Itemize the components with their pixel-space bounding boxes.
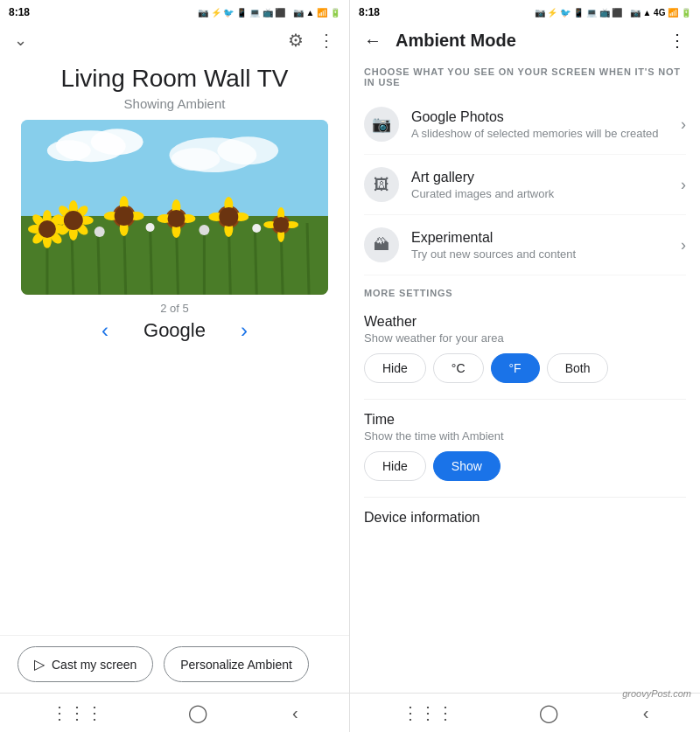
- art-gallery-icon: 🖼: [364, 167, 399, 202]
- svg-line-18: [307, 223, 309, 295]
- status-bar-right: 8:18 📷 ⚡ 🐦 📱 💻 📺 ⬛ 📷 ▲ 4G 📶 🔋: [350, 0, 700, 24]
- cast-icon: ▷: [34, 656, 45, 673]
- experimental-title: Experimental: [411, 230, 681, 246]
- google-photos-option[interactable]: 📷 Google Photos A slideshow of selected …: [364, 94, 686, 155]
- svg-point-28: [38, 220, 56, 238]
- right-panel: 8:18 📷 ⚡ 🐦 📱 💻 📺 ⬛ 📷 ▲ 4G 📶 🔋 ← Ambient …: [350, 0, 700, 732]
- experimental-option[interactable]: 🏔 Experimental Try out new sources and c…: [364, 215, 686, 275]
- next-arrow-icon[interactable]: ›: [241, 318, 248, 343]
- section-choose-label: CHOOSE WHAT YOU SEE ON YOUR SCREEN WHEN …: [364, 56, 686, 94]
- nav-bar-right: ⋮⋮⋮ ◯ ‹ groovyPost.com: [350, 693, 700, 732]
- nav-bar-left: ⋮⋮⋮ ◯ ‹: [0, 693, 349, 732]
- more-options-icon[interactable]: ⋮: [318, 30, 335, 51]
- ambient-photo: [21, 120, 328, 295]
- divider-1: [364, 399, 686, 400]
- svg-point-65: [199, 225, 209, 235]
- menu-icon[interactable]: ⋮⋮⋮: [51, 702, 103, 723]
- experimental-desc: Try out new sources and content: [411, 247, 681, 261]
- weather-title: Weather: [364, 314, 686, 330]
- experimental-chevron-icon: ›: [681, 236, 686, 254]
- art-gallery-title: Art gallery: [411, 170, 681, 185]
- svg-point-3: [47, 140, 91, 161]
- nav-label: Google: [144, 319, 206, 342]
- page-title: Ambient Mode: [396, 31, 654, 51]
- status-bar-left: 8:18 📷 ⚡ 🐦 📱 💻 📺 ⬛ 📷 ▲ 📶 🔋: [0, 0, 349, 24]
- time-left: 8:18: [9, 6, 30, 18]
- svg-point-5: [217, 136, 278, 164]
- status-icons-left: 📷 ⚡ 🐦 📱 💻 📺 ⬛ 📷 ▲ 📶 🔋: [198, 8, 340, 17]
- weather-setting: Weather Show weather for your area Hide …: [364, 305, 686, 395]
- time-setting: Time Show the time with Ambient Hide Sho…: [364, 403, 686, 493]
- device-info-block: Device information: [364, 501, 686, 534]
- art-gallery-option[interactable]: 🖼 Art gallery Curated images and artwork…: [364, 155, 686, 215]
- svg-point-62: [273, 217, 289, 233]
- device-title: Living Room Wall TV: [0, 56, 349, 96]
- svg-point-64: [146, 223, 155, 232]
- google-photos-desc: A slideshow of selected memories will be…: [411, 127, 681, 140]
- menu-icon-right[interactable]: ⋮⋮⋮: [402, 702, 454, 723]
- settings-icon[interactable]: ⚙: [288, 30, 304, 51]
- svg-point-38: [64, 211, 83, 230]
- more-settings-label: MORE SETTINGS: [364, 275, 686, 305]
- svg-point-66: [252, 224, 261, 233]
- art-gallery-chevron-icon: ›: [681, 176, 686, 194]
- google-photos-title: Google Photos: [411, 109, 681, 125]
- weather-both-button[interactable]: Both: [547, 353, 609, 383]
- back-icon-right[interactable]: ‹: [643, 703, 649, 723]
- google-photos-chevron-icon: ›: [681, 115, 686, 134]
- back-arrow-icon[interactable]: ←: [364, 31, 382, 51]
- device-subtitle: Showing Ambient: [0, 96, 349, 111]
- svg-point-6: [172, 148, 220, 171]
- collapse-chevron-icon[interactable]: ⌄: [14, 31, 27, 50]
- right-content: CHOOSE WHAT YOU SEE ON YOUR SCREEN WHEN …: [350, 56, 700, 693]
- divider-2: [364, 497, 686, 498]
- time-show-button[interactable]: Show: [433, 451, 500, 481]
- time-desc: Show the time with Ambient: [364, 429, 686, 443]
- watermark: groovyPost.com: [622, 688, 691, 699]
- home-icon[interactable]: ◯: [188, 702, 207, 723]
- svg-line-10: [98, 229, 100, 295]
- photo-counter: 2 of 5: [0, 302, 349, 315]
- svg-point-44: [115, 206, 134, 226]
- left-panel: 8:18 📷 ⚡ 🐦 📱 💻 📺 ⬛ 📷 ▲ 📶 🔋 ⌄ ⚙ ⋮ Living …: [0, 0, 350, 732]
- more-options-right-icon[interactable]: ⋮: [668, 30, 686, 51]
- cast-my-screen-button[interactable]: ▷ Cast my screen: [18, 646, 153, 682]
- time-right: 8:18: [359, 6, 380, 18]
- navigation-row: ‹ Google ›: [0, 318, 349, 343]
- home-icon-right[interactable]: ◯: [539, 702, 558, 723]
- device-info-title: Device information: [364, 510, 686, 526]
- prev-arrow-icon[interactable]: ‹: [102, 318, 108, 343]
- svg-line-16: [255, 225, 256, 295]
- back-icon[interactable]: ‹: [292, 703, 298, 723]
- weather-toggle-row: Hide °C °F Both: [364, 353, 686, 383]
- svg-point-2: [91, 129, 144, 155]
- top-bar-right: ← Ambient Mode ⋮: [350, 24, 700, 56]
- time-title: Time: [364, 412, 686, 428]
- top-bar-left: ⌄ ⚙ ⋮: [0, 24, 349, 56]
- google-photos-icon: 📷: [364, 107, 399, 142]
- bottom-buttons: ▷ Cast my screen Personalize Ambient: [0, 635, 349, 693]
- art-gallery-desc: Curated images and artwork: [411, 187, 681, 200]
- weather-celsius-button[interactable]: °C: [433, 353, 484, 383]
- weather-fahrenheit-button[interactable]: °F: [491, 353, 540, 383]
- weather-hide-button[interactable]: Hide: [364, 353, 426, 383]
- svg-line-12: [150, 225, 152, 295]
- time-hide-button[interactable]: Hide: [364, 451, 426, 481]
- personalize-ambient-button[interactable]: Personalize Ambient: [164, 646, 309, 682]
- svg-point-63: [94, 227, 105, 237]
- status-icons-right: 📷 ⚡ 🐦 📱 💻 📺 ⬛ 📷 ▲ 4G 📶 🔋: [535, 8, 691, 17]
- svg-point-50: [168, 210, 186, 227]
- time-toggle-row: Hide Show: [364, 451, 686, 481]
- svg-point-56: [219, 207, 238, 227]
- weather-desc: Show weather for your area: [364, 331, 686, 345]
- experimental-icon: 🏔: [364, 227, 399, 262]
